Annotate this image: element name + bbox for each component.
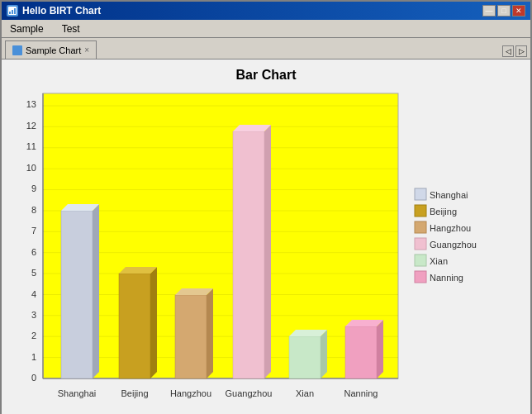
close-button[interactable]: ✕ <box>512 5 525 17</box>
svg-text:6: 6 <box>31 247 36 257</box>
title-bar: Hello BIRT Chart — □ ✕ <box>2 2 530 20</box>
svg-text:Hangzhou: Hangzhou <box>170 388 211 398</box>
svg-text:2: 2 <box>31 331 36 340</box>
svg-text:12: 12 <box>26 121 36 131</box>
svg-marker-51 <box>345 320 383 326</box>
svg-rect-40 <box>175 295 207 378</box>
svg-text:8: 8 <box>31 205 36 215</box>
svg-text:Nanning: Nanning <box>344 388 378 398</box>
tab-close-button[interactable]: × <box>84 45 89 55</box>
svg-text:Beijing: Beijing <box>430 207 457 217</box>
content-area: Bar Chart <box>2 59 530 414</box>
svg-text:Shanghai: Shanghai <box>430 190 468 200</box>
svg-rect-43 <box>233 131 264 378</box>
svg-marker-50 <box>377 320 383 378</box>
svg-rect-60 <box>415 205 426 217</box>
svg-text:9: 9 <box>31 183 36 193</box>
svg-marker-35 <box>93 204 99 378</box>
maximize-button[interactable]: □ <box>497 5 511 17</box>
svg-rect-64 <box>415 238 426 250</box>
svg-text:13: 13 <box>26 99 36 109</box>
window-title: Hello BIRT Chart <box>22 5 101 17</box>
svg-marker-45 <box>233 125 271 131</box>
menu-test[interactable]: Test <box>57 21 85 36</box>
svg-text:Xian: Xian <box>430 256 448 266</box>
svg-marker-47 <box>321 330 327 378</box>
svg-text:5: 5 <box>31 268 36 278</box>
chart-title: Bar Chart <box>236 68 297 83</box>
svg-text:Guangzhou: Guangzhou <box>226 388 273 398</box>
tab-icon <box>12 45 22 55</box>
svg-rect-49 <box>345 326 377 378</box>
svg-text:Hangzhou: Hangzhou <box>430 223 471 233</box>
svg-text:Guangzhou: Guangzhou <box>430 240 477 250</box>
tab-label: Sample Chart <box>26 45 81 55</box>
window-controls: — □ ✕ <box>482 5 525 17</box>
tab-right-button[interactable]: ▷ <box>515 45 527 57</box>
svg-text:1: 1 <box>31 352 36 362</box>
svg-rect-68 <box>415 271 426 283</box>
svg-text:7: 7 <box>31 226 36 236</box>
sample-chart-tab[interactable]: Sample Chart × <box>5 40 97 59</box>
svg-rect-62 <box>415 221 426 233</box>
svg-text:4: 4 <box>31 289 36 299</box>
svg-rect-2 <box>12 10 13 14</box>
svg-text:10: 10 <box>26 163 36 173</box>
menu-bar: Sample Test <box>2 20 530 38</box>
tab-bar: Sample Chart × ◁ ▷ <box>2 38 530 59</box>
tab-left-button[interactable]: ◁ <box>502 45 514 57</box>
svg-rect-1 <box>9 12 11 14</box>
svg-text:Beijing: Beijing <box>121 388 148 398</box>
minimize-button[interactable]: — <box>482 5 496 17</box>
svg-marker-41 <box>207 288 213 378</box>
svg-marker-44 <box>264 125 271 378</box>
main-window: Hello BIRT Chart — □ ✕ Sample Test Sampl… <box>0 0 532 414</box>
svg-text:Nanning: Nanning <box>430 273 463 283</box>
svg-rect-34 <box>61 211 93 378</box>
svg-text:Xian: Xian <box>296 388 314 398</box>
svg-rect-3 <box>14 8 16 14</box>
menu-sample[interactable]: Sample <box>5 21 49 36</box>
chart-wrapper: 0 1 2 3 4 5 6 7 8 9 10 11 12 13 <box>10 89 522 412</box>
svg-text:Shanghai: Shanghai <box>58 388 97 398</box>
app-icon <box>7 5 18 17</box>
svg-marker-42 <box>175 288 213 295</box>
svg-marker-39 <box>119 267 157 274</box>
svg-text:11: 11 <box>26 141 36 151</box>
svg-text:0: 0 <box>31 373 36 383</box>
bar-chart-svg: 0 1 2 3 4 5 6 7 8 9 10 11 12 13 <box>10 89 464 412</box>
svg-rect-46 <box>289 336 321 378</box>
svg-rect-58 <box>415 188 426 200</box>
svg-marker-36 <box>61 204 99 211</box>
title-bar-left: Hello BIRT Chart <box>7 5 101 17</box>
svg-rect-66 <box>415 255 426 266</box>
svg-marker-38 <box>150 267 157 378</box>
svg-text:3: 3 <box>31 310 36 320</box>
tab-right-controls: ◁ ▷ <box>502 45 527 59</box>
svg-rect-37 <box>119 274 150 378</box>
svg-marker-48 <box>289 330 327 336</box>
